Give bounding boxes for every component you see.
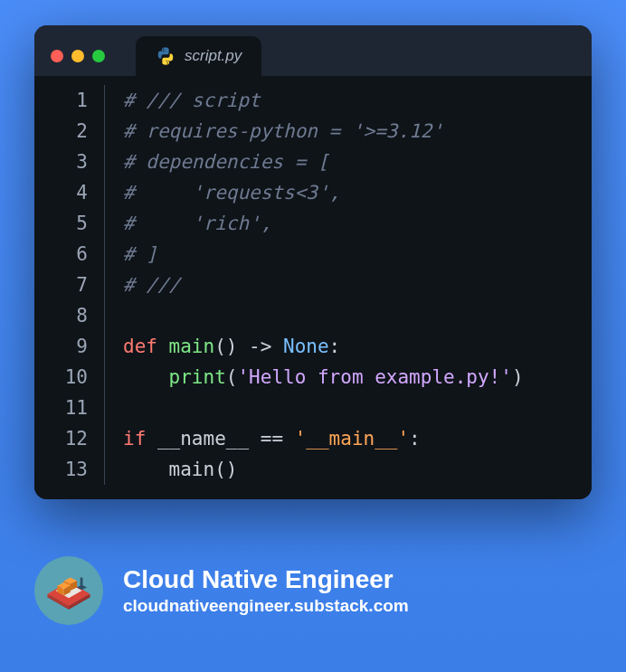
code-line: # ]	[123, 239, 524, 270]
line-number: 12	[34, 423, 88, 454]
svg-rect-12	[81, 578, 83, 588]
tab-active[interactable]: script.py	[136, 36, 261, 76]
close-icon[interactable]	[51, 50, 63, 62]
code-line: # 'rich',	[123, 208, 524, 239]
tab-filename: script.py	[185, 47, 242, 65]
line-number: 2	[34, 116, 88, 147]
window-controls	[51, 50, 105, 62]
code-line: # ///	[123, 270, 524, 300]
line-number: 11	[34, 393, 88, 423]
code-line: # /// script	[123, 85, 524, 116]
footer-subtitle: cloudnativeengineer.substack.com	[123, 596, 409, 616]
footer: Cloud Native Engineer cloudnativeenginee…	[34, 556, 409, 625]
code-line: print('Hello from example.py!')	[123, 362, 524, 393]
line-number: 13	[34, 454, 88, 485]
code-line: if __name__ == '__main__':	[123, 423, 524, 454]
code-line: main()	[123, 454, 524, 485]
code-line: # requires-python = '>=3.12'	[123, 116, 524, 147]
code-line	[123, 300, 524, 331]
footer-title: Cloud Native Engineer	[123, 565, 409, 594]
code-content[interactable]: # /// script# requires-python = '>=3.12'…	[105, 85, 524, 485]
line-number: 7	[34, 270, 88, 300]
editor-window: script.py 12345678910111213 # /// script…	[34, 25, 592, 499]
footer-text: Cloud Native Engineer cloudnativeenginee…	[123, 565, 409, 616]
python-icon	[156, 46, 175, 66]
line-number: 10	[34, 362, 88, 393]
code-line	[123, 393, 524, 423]
line-number: 9	[34, 331, 88, 362]
code-line: def main() -> None:	[123, 331, 524, 362]
code-area[interactable]: 12345678910111213 # /// script# requires…	[34, 76, 592, 499]
maximize-icon[interactable]	[92, 50, 105, 62]
line-number-gutter: 12345678910111213	[34, 85, 105, 485]
line-number: 1	[34, 85, 88, 116]
code-line: # dependencies = [	[123, 147, 524, 177]
minimize-icon[interactable]	[71, 50, 84, 62]
line-number: 6	[34, 239, 88, 270]
avatar	[34, 556, 103, 625]
titlebar: script.py	[34, 25, 592, 76]
code-line: # 'requests<3',	[123, 177, 524, 208]
line-number: 5	[34, 208, 88, 239]
line-number: 8	[34, 300, 88, 331]
line-number: 3	[34, 147, 88, 177]
line-number: 4	[34, 177, 88, 208]
